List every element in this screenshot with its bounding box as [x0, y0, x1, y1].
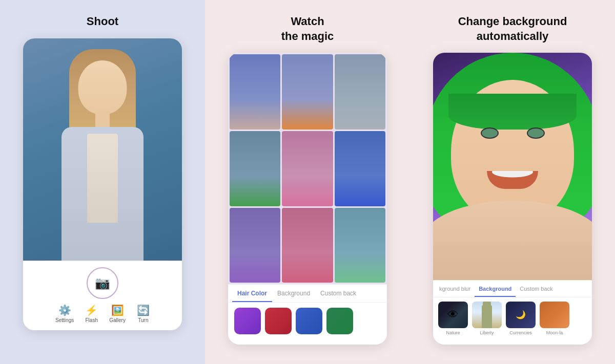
galaxy-screen — [433, 53, 592, 280]
bottom-nav: ⚙️ Settings ⚡ Flash 🖼️ Gallery 🔄 Turn — [55, 304, 150, 323]
swatch-green[interactable] — [326, 308, 353, 334]
swatch-blue[interactable] — [296, 308, 322, 334]
tabs-row-right: kground blur Background Custom back — [433, 281, 592, 297]
panel-title-change-bg: Change background automatically — [458, 14, 567, 44]
hair-grid-screen — [228, 53, 387, 284]
tab-background-middle[interactable]: Background — [272, 285, 315, 302]
bg-thumb-nature[interactable]: Nature — [438, 302, 468, 335]
panel-change-bg: Change background automatically — [410, 0, 615, 364]
bg-thumb-moon-label: Moon-la — [546, 330, 563, 335]
shoot-screen — [23, 38, 182, 261]
bg-thumb-moon[interactable]: Moon-la — [540, 302, 569, 335]
nav-turn[interactable]: 🔄 Turn — [137, 304, 150, 323]
phone-bottom-right: kground blur Background Custom back Natu… — [433, 280, 592, 345]
panel-title-shoot: Shoot — [87, 14, 118, 29]
panel-watch: Watch the magic Hair Color Background — [205, 0, 410, 364]
gallery-icon: 🖼️ — [111, 304, 124, 316]
nav-flash-label: Flash — [85, 317, 97, 323]
tab-custom-back-right[interactable]: Custom back — [516, 281, 557, 297]
panel-shoot: Shoot — [0, 0, 205, 364]
hair-cell-brown — [230, 54, 280, 130]
phone-bottom-left: 📷 ⚙️ Settings ⚡ Flash 🖼️ Gallery 🔄 Turn — [23, 261, 182, 330]
bg-thumb-currencies-label: Currencies — [509, 330, 532, 335]
shoot-background — [23, 38, 182, 261]
hair-cell-purple — [230, 208, 280, 283]
nav-settings[interactable]: ⚙️ Settings — [55, 304, 74, 323]
bg-thumb-liberty[interactable]: Liberty — [472, 302, 502, 335]
swatch-red[interactable] — [265, 308, 292, 334]
bg-thumb-liberty-label: Liberty — [480, 330, 494, 335]
phone-change-bg: kground blur Background Custom back Natu… — [433, 53, 592, 345]
nav-settings-label: Settings — [55, 317, 74, 323]
panel-title-watch: Watch the magic — [281, 14, 334, 44]
swatch-purple[interactable] — [234, 308, 261, 334]
camera-icon: 📷 — [95, 276, 110, 290]
bg-thumb-currencies-img — [506, 302, 536, 328]
bg-thumbnails: Nature Liberty Currencies — [433, 297, 592, 339]
bg-thumb-currencies[interactable]: Currencies — [506, 302, 536, 335]
hair-cell-lightgreen — [335, 208, 385, 283]
hair-color-grid — [228, 53, 387, 284]
color-swatches — [228, 303, 387, 339]
bg-thumb-nature-img — [438, 302, 468, 328]
hair-cell-gray — [335, 54, 385, 130]
tab-hair-color[interactable]: Hair Color — [232, 285, 272, 302]
tab-background-right[interactable]: Background — [475, 281, 516, 297]
hair-cell-blue — [335, 131, 385, 206]
phone-bottom-middle: Hair Color Background Custom back — [228, 284, 387, 345]
nav-gallery-label: Gallery — [109, 317, 126, 323]
bg-thumb-moon-img — [540, 302, 569, 328]
turn-icon: 🔄 — [137, 304, 150, 316]
flash-icon: ⚡ — [85, 304, 98, 316]
phone-shoot: 📷 ⚙️ Settings ⚡ Flash 🖼️ Gallery 🔄 Turn — [23, 38, 182, 330]
phone-watch: Hair Color Background Custom back — [228, 53, 387, 345]
tab-custom-back-middle[interactable]: Custom back — [315, 285, 361, 302]
hair-cell-green — [230, 131, 280, 206]
hair-cell-redpink — [282, 208, 333, 283]
nav-flash[interactable]: ⚡ Flash — [85, 304, 98, 323]
tab-bg-blur[interactable]: kground blur — [435, 281, 475, 297]
nav-turn-label: Turn — [138, 317, 148, 323]
hair-cell-pink — [282, 131, 333, 206]
galaxy-background — [433, 53, 592, 280]
bg-thumb-liberty-img — [472, 302, 502, 328]
nav-gallery[interactable]: 🖼️ Gallery — [109, 304, 126, 323]
bg-thumb-nature-label: Nature — [446, 330, 460, 335]
settings-icon: ⚙️ — [58, 304, 71, 316]
tabs-row-middle: Hair Color Background Custom back — [228, 285, 387, 303]
hair-cell-orange — [282, 54, 333, 130]
camera-button[interactable]: 📷 — [87, 267, 118, 299]
